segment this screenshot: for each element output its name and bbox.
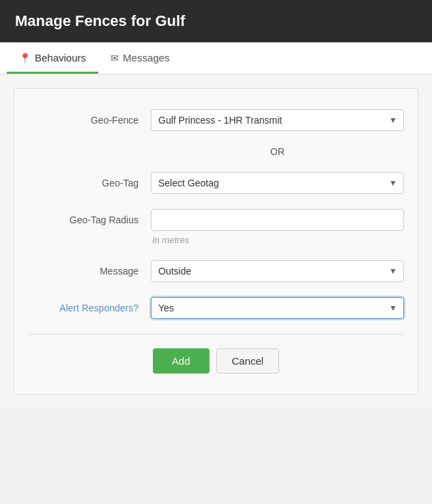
message-select[interactable]: Outside Inside xyxy=(151,260,404,282)
geofence-label: Geo-Fence xyxy=(28,115,151,126)
geotag-select[interactable]: Select Geotag xyxy=(151,172,404,194)
or-text: OR xyxy=(270,146,285,157)
tab-messages-label: Messages xyxy=(123,52,169,64)
pin-icon: 📍 xyxy=(19,53,31,64)
alert-label: Alert Responders? xyxy=(28,303,151,313)
alert-select-wrapper: Yes No ▼ xyxy=(151,297,404,319)
page-title: Manage Fences for Gulf xyxy=(15,12,185,29)
geofence-row: Geo-Fence Gulf Princess - 1HR Transmit ▼ xyxy=(28,109,404,131)
form-card: Geo-Fence Gulf Princess - 1HR Transmit ▼… xyxy=(14,88,418,395)
message-label: Message xyxy=(28,266,151,277)
alert-select[interactable]: Yes No xyxy=(151,297,404,319)
button-row: Add Cancel xyxy=(28,348,404,374)
tab-behaviours[interactable]: 📍 Behaviours xyxy=(7,42,98,74)
cancel-button[interactable]: Cancel xyxy=(216,348,280,374)
in-metres-row: In metres xyxy=(28,246,404,256)
geotag-select-wrapper: Select Geotag ▼ xyxy=(151,172,404,194)
message-select-wrapper: Outside Inside ▼ xyxy=(151,260,404,282)
page-header: Manage Fences for Gulf xyxy=(0,0,432,42)
geofence-select-wrapper: Gulf Princess - 1HR Transmit ▼ xyxy=(151,109,404,131)
or-separator: OR xyxy=(151,146,404,157)
geofence-select[interactable]: Gulf Princess - 1HR Transmit xyxy=(151,109,404,131)
in-metres-hint: In metres xyxy=(151,235,404,245)
tab-bar: 📍 Behaviours ✉ Messages xyxy=(0,42,432,74)
geotag-label: Geo-Tag xyxy=(28,178,151,188)
message-row: Message Outside Inside ▼ xyxy=(28,260,404,282)
georadius-input[interactable] xyxy=(151,209,404,231)
add-button[interactable]: Add xyxy=(153,348,210,374)
form-divider xyxy=(28,334,404,335)
georadius-label: Geo-Tag Radius xyxy=(28,214,151,225)
georadius-row: Geo-Tag Radius xyxy=(28,209,404,231)
geotag-row: Geo-Tag Select Geotag ▼ xyxy=(28,172,404,194)
envelope-icon: ✉ xyxy=(111,53,119,64)
tab-messages[interactable]: ✉ Messages xyxy=(98,42,182,74)
alert-row: Alert Responders? Yes No ▼ xyxy=(28,297,404,319)
tab-behaviours-label: Behaviours xyxy=(35,52,86,64)
main-content: Geo-Fence Gulf Princess - 1HR Transmit ▼… xyxy=(0,74,432,408)
